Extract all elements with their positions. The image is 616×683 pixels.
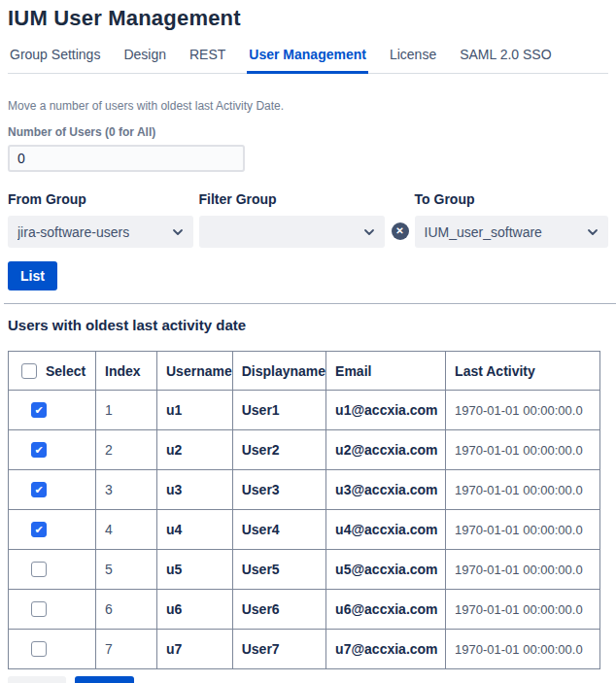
filter-group-controls: ✕: [199, 216, 409, 248]
last-activity-cell: 1970-01-01 00:00:00.0: [446, 602, 599, 617]
last-activity-column-header: Last Activity: [446, 352, 600, 391]
displayname-cell: User4: [233, 522, 325, 537]
username-cell: u6: [157, 601, 232, 617]
to-group-value: IUM_user_software: [425, 224, 542, 240]
index-cell: 1: [96, 402, 156, 418]
chevron-down-icon: [172, 226, 184, 238]
table-header-row: Select Index Username Displayname Email …: [9, 352, 600, 391]
username-column-header: Username: [157, 352, 233, 391]
table-row: 6 u6 User6 u6@accxia.com 1970-01-01 00:0…: [9, 590, 600, 630]
results-heading: Users with oldest last activity date: [8, 317, 608, 333]
last-activity-cell: 1970-01-01 00:00:00.0: [446, 403, 599, 418]
select-all-checkbox[interactable]: [21, 363, 37, 379]
select-column-header: Select: [9, 352, 96, 391]
clear-filter-icon[interactable]: ✕: [392, 222, 409, 240]
email-cell: u4@accxia.com: [326, 522, 445, 537]
displayname-cell: User7: [233, 641, 325, 657]
chevron-down-icon: [587, 226, 599, 238]
displayname-cell: User2: [233, 442, 325, 458]
index-cell: 3: [96, 482, 156, 497]
displayname-cell: User5: [233, 562, 325, 577]
to-group-label: To Group: [415, 191, 608, 207]
copy-button[interactable]: Copy: [75, 676, 134, 683]
username-cell: u3: [157, 482, 232, 497]
row-checkbox[interactable]: [31, 402, 47, 418]
select-header-label: Select: [46, 363, 86, 379]
index-cell: 5: [96, 562, 156, 577]
email-cell: u5@accxia.com: [326, 562, 445, 577]
index-cell: 7: [96, 641, 156, 657]
email-column-header: Email: [326, 352, 446, 391]
displayname-cell: User6: [233, 601, 325, 617]
group-selects-row: From Group jira-software-users Filter Gr…: [8, 191, 608, 248]
from-group-field: From Group jira-software-users: [8, 191, 193, 248]
table-row: 5 u5 User5 u5@accxia.com 1970-01-01 00:0…: [9, 550, 600, 590]
from-group-select[interactable]: jira-software-users: [8, 216, 193, 248]
tab-user-management[interactable]: User Management: [247, 43, 368, 74]
displayname-column-header: Displayname: [232, 352, 325, 391]
row-checkbox[interactable]: [31, 601, 47, 617]
index-cell: 4: [96, 522, 156, 537]
username-cell: u7: [157, 641, 232, 657]
index-column-header: Index: [96, 352, 157, 391]
number-of-users-label: Number of Users (0 for All): [8, 125, 608, 139]
displayname-cell: User3: [233, 482, 325, 497]
row-checkbox[interactable]: [31, 482, 47, 497]
to-group-field: To Group IUM_user_software: [415, 191, 608, 248]
chevron-down-icon: [363, 226, 375, 238]
tab-rest[interactable]: REST: [188, 43, 227, 74]
to-group-select[interactable]: IUM_user_software: [415, 216, 608, 248]
list-button[interactable]: List: [8, 261, 57, 290]
table-row: 7 u7 User7 u7@accxia.com 1970-01-01 00:0…: [9, 630, 600, 669]
filter-group-field: Filter Group ✕: [199, 191, 409, 248]
index-cell: 2: [96, 442, 156, 458]
filter-group-label: Filter Group: [199, 191, 409, 207]
table-actions: Move Copy: [8, 676, 608, 683]
tab-saml-sso[interactable]: SAML 2.0 SSO: [458, 43, 553, 74]
last-activity-cell: 1970-01-01 00:00:00.0: [446, 642, 599, 657]
table-row: 2 u2 User2 u2@accxia.com 1970-01-01 00:0…: [9, 430, 600, 470]
displayname-cell: User1: [233, 402, 325, 418]
number-of-users-input[interactable]: [8, 145, 245, 172]
username-cell: u5: [157, 562, 232, 577]
row-checkbox[interactable]: [31, 522, 47, 537]
last-activity-cell: 1970-01-01 00:00:00.0: [446, 443, 599, 458]
page: IUM User Management Group Settings Desig…: [0, 0, 616, 683]
email-cell: u1@accxia.com: [326, 402, 445, 418]
last-activity-cell: 1970-01-01 00:00:00.0: [446, 523, 599, 537]
table-row: 4 u4 User4 u4@accxia.com 1970-01-01 00:0…: [9, 510, 600, 550]
row-checkbox[interactable]: [31, 641, 47, 657]
email-cell: u7@accxia.com: [326, 641, 445, 657]
email-cell: u6@accxia.com: [326, 601, 445, 617]
tab-group-settings[interactable]: Group Settings: [8, 43, 102, 74]
from-group-label: From Group: [8, 191, 193, 207]
move-button[interactable]: Move: [8, 676, 66, 683]
last-activity-cell: 1970-01-01 00:00:00.0: [446, 563, 599, 577]
users-table: Select Index Username Displayname Email …: [8, 351, 600, 669]
from-group-value: jira-software-users: [17, 224, 129, 240]
table-row: 3 u3 User3 u3@accxia.com 1970-01-01 00:0…: [9, 470, 600, 510]
section-divider: [4, 303, 616, 304]
row-checkbox[interactable]: [31, 442, 47, 458]
email-cell: u2@accxia.com: [326, 442, 445, 458]
tab-bar: Group Settings Design REST User Manageme…: [8, 43, 608, 74]
tab-license[interactable]: License: [388, 43, 438, 74]
page-title: IUM User Management: [8, 6, 608, 31]
index-cell: 6: [96, 601, 156, 617]
table-row: 1 u1 User1 u1@accxia.com 1970-01-01 00:0…: [9, 391, 600, 430]
tab-design[interactable]: Design: [121, 43, 168, 74]
username-cell: u4: [157, 522, 232, 537]
move-users-description: Move a number of users with oldest last …: [8, 99, 608, 113]
username-cell: u1: [157, 402, 232, 418]
email-cell: u3@accxia.com: [326, 482, 445, 497]
username-cell: u2: [157, 442, 232, 458]
filter-group-select[interactable]: [199, 216, 385, 248]
row-checkbox[interactable]: [31, 562, 47, 577]
last-activity-cell: 1970-01-01 00:00:00.0: [446, 483, 599, 497]
